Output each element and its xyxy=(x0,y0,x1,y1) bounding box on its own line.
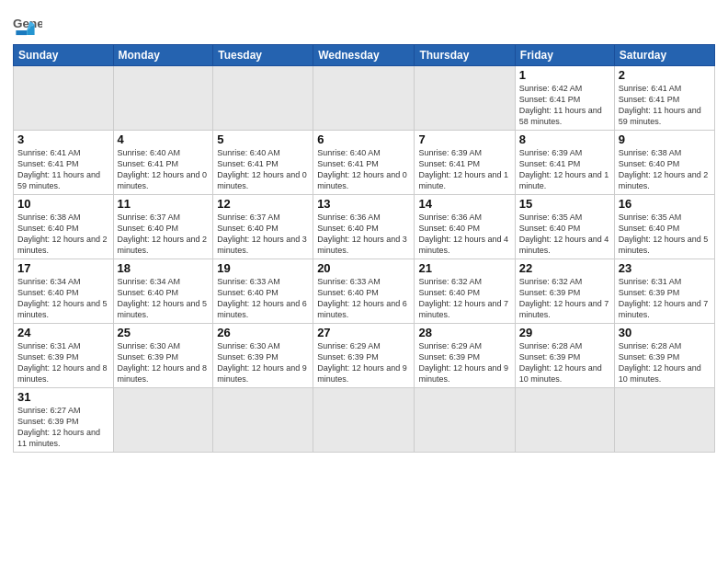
day-info: Sunrise: 6:36 AM Sunset: 6:40 PM Dayligh… xyxy=(418,212,510,257)
calendar-table: Sunday Monday Tuesday Wednesday Thursday… xyxy=(13,44,715,453)
calendar-cell: 23Sunrise: 6:31 AM Sunset: 6:39 PM Dayli… xyxy=(614,259,714,324)
day-info: Sunrise: 6:33 AM Sunset: 6:40 PM Dayligh… xyxy=(317,276,410,321)
day-number: 25 xyxy=(118,326,210,339)
calendar-cell xyxy=(415,66,515,131)
day-info: Sunrise: 6:27 AM Sunset: 6:39 PM Dayligh… xyxy=(17,405,109,450)
calendar-cell: 7Sunrise: 6:39 AM Sunset: 6:41 PM Daylig… xyxy=(415,131,515,195)
generalblue-logo-icon: General xyxy=(13,13,42,39)
calendar-cell: 3Sunrise: 6:41 AM Sunset: 6:41 PM Daylig… xyxy=(14,131,114,195)
calendar-cell: 20Sunrise: 6:33 AM Sunset: 6:40 PM Dayli… xyxy=(313,259,415,324)
day-info: Sunrise: 6:32 AM Sunset: 6:40 PM Dayligh… xyxy=(418,276,510,321)
day-info: Sunrise: 6:40 AM Sunset: 6:41 PM Dayligh… xyxy=(217,147,309,192)
day-info: Sunrise: 6:42 AM Sunset: 6:41 PM Dayligh… xyxy=(519,83,610,128)
col-wednesday: Wednesday xyxy=(313,45,415,66)
day-info: Sunrise: 6:30 AM Sunset: 6:39 PM Dayligh… xyxy=(217,340,309,385)
calendar-cell: 25Sunrise: 6:30 AM Sunset: 6:39 PM Dayli… xyxy=(113,324,213,388)
calendar-cell: 10Sunrise: 6:38 AM Sunset: 6:40 PM Dayli… xyxy=(14,195,114,259)
calendar-cell: 14Sunrise: 6:36 AM Sunset: 6:40 PM Dayli… xyxy=(415,195,515,259)
calendar-cell: 9Sunrise: 6:38 AM Sunset: 6:40 PM Daylig… xyxy=(614,131,714,195)
calendar-cell: 26Sunrise: 6:30 AM Sunset: 6:39 PM Dayli… xyxy=(213,324,313,388)
calendar-cell xyxy=(213,388,313,453)
day-info: Sunrise: 6:36 AM Sunset: 6:40 PM Dayligh… xyxy=(317,212,410,257)
calendar-cell: 4Sunrise: 6:40 AM Sunset: 6:41 PM Daylig… xyxy=(113,131,213,195)
day-number: 7 xyxy=(418,132,510,146)
day-number: 12 xyxy=(217,197,309,211)
day-number: 31 xyxy=(17,390,109,404)
day-number: 21 xyxy=(418,261,510,275)
day-info: Sunrise: 6:32 AM Sunset: 6:39 PM Dayligh… xyxy=(519,276,610,321)
day-number: 26 xyxy=(217,326,309,339)
day-number: 10 xyxy=(17,197,109,211)
col-saturday: Saturday xyxy=(614,45,714,66)
col-tuesday: Tuesday xyxy=(213,45,313,66)
day-info: Sunrise: 6:38 AM Sunset: 6:40 PM Dayligh… xyxy=(17,212,109,257)
calendar-cell xyxy=(14,66,114,131)
day-number: 9 xyxy=(619,132,711,146)
day-info: Sunrise: 6:35 AM Sunset: 6:40 PM Dayligh… xyxy=(519,212,610,257)
day-info: Sunrise: 6:37 AM Sunset: 6:40 PM Dayligh… xyxy=(217,212,309,257)
day-info: Sunrise: 6:29 AM Sunset: 6:39 PM Dayligh… xyxy=(418,340,510,385)
calendar-cell: 24Sunrise: 6:31 AM Sunset: 6:39 PM Dayli… xyxy=(14,324,114,388)
day-number: 13 xyxy=(317,197,410,211)
day-number: 2 xyxy=(619,68,711,82)
calendar-cell xyxy=(213,66,313,131)
day-number: 23 xyxy=(619,261,711,275)
header: General xyxy=(13,9,715,39)
day-number: 11 xyxy=(118,197,210,211)
calendar-cell xyxy=(113,66,213,131)
day-number: 20 xyxy=(317,261,410,275)
day-info: Sunrise: 6:39 AM Sunset: 6:41 PM Dayligh… xyxy=(519,147,610,192)
calendar-cell: 12Sunrise: 6:37 AM Sunset: 6:40 PM Dayli… xyxy=(213,195,313,259)
day-info: Sunrise: 6:39 AM Sunset: 6:41 PM Dayligh… xyxy=(418,147,510,192)
day-info: Sunrise: 6:29 AM Sunset: 6:39 PM Dayligh… xyxy=(317,340,410,385)
day-info: Sunrise: 6:30 AM Sunset: 6:39 PM Dayligh… xyxy=(118,340,210,385)
calendar-cell xyxy=(313,388,415,453)
logo: General xyxy=(13,13,46,39)
day-info: Sunrise: 6:41 AM Sunset: 6:41 PM Dayligh… xyxy=(17,147,109,192)
day-info: Sunrise: 6:31 AM Sunset: 6:39 PM Dayligh… xyxy=(619,276,711,321)
calendar-cell: 31Sunrise: 6:27 AM Sunset: 6:39 PM Dayli… xyxy=(14,388,114,453)
calendar-cell: 5Sunrise: 6:40 AM Sunset: 6:41 PM Daylig… xyxy=(213,131,313,195)
day-number: 29 xyxy=(519,326,610,339)
day-number: 1 xyxy=(519,68,610,82)
calendar-cell xyxy=(313,66,415,131)
day-number: 6 xyxy=(317,132,410,146)
calendar-cell: 13Sunrise: 6:36 AM Sunset: 6:40 PM Dayli… xyxy=(313,195,415,259)
calendar-cell: 2Sunrise: 6:41 AM Sunset: 6:41 PM Daylig… xyxy=(614,66,714,131)
calendar-cell: 19Sunrise: 6:33 AM Sunset: 6:40 PM Dayli… xyxy=(213,259,313,324)
calendar-cell: 27Sunrise: 6:29 AM Sunset: 6:39 PM Dayli… xyxy=(313,324,415,388)
day-info: Sunrise: 6:40 AM Sunset: 6:41 PM Dayligh… xyxy=(317,147,410,192)
day-info: Sunrise: 6:34 AM Sunset: 6:40 PM Dayligh… xyxy=(17,276,109,321)
day-number: 24 xyxy=(17,326,109,339)
calendar-cell: 21Sunrise: 6:32 AM Sunset: 6:40 PM Dayli… xyxy=(415,259,515,324)
day-number: 30 xyxy=(619,326,711,339)
day-info: Sunrise: 6:40 AM Sunset: 6:41 PM Dayligh… xyxy=(118,147,210,192)
day-number: 3 xyxy=(17,132,109,146)
day-number: 16 xyxy=(619,197,711,211)
calendar-cell: 29Sunrise: 6:28 AM Sunset: 6:39 PM Dayli… xyxy=(515,324,614,388)
col-thursday: Thursday xyxy=(415,45,515,66)
col-friday: Friday xyxy=(515,45,614,66)
day-number: 4 xyxy=(118,132,210,146)
day-number: 14 xyxy=(418,197,510,211)
calendar-cell: 11Sunrise: 6:37 AM Sunset: 6:40 PM Dayli… xyxy=(113,195,213,259)
day-number: 17 xyxy=(17,261,109,275)
col-monday: Monday xyxy=(113,45,213,66)
calendar-cell xyxy=(113,388,213,453)
calendar-cell: 17Sunrise: 6:34 AM Sunset: 6:40 PM Dayli… xyxy=(14,259,114,324)
calendar-cell: 6Sunrise: 6:40 AM Sunset: 6:41 PM Daylig… xyxy=(313,131,415,195)
page: General Sunday Monday Tuesday Wednesday xyxy=(0,0,728,563)
calendar-cell xyxy=(515,388,614,453)
day-info: Sunrise: 6:33 AM Sunset: 6:40 PM Dayligh… xyxy=(217,276,309,321)
col-sunday: Sunday xyxy=(14,45,114,66)
day-info: Sunrise: 6:41 AM Sunset: 6:41 PM Dayligh… xyxy=(619,83,711,128)
day-info: Sunrise: 6:34 AM Sunset: 6:40 PM Dayligh… xyxy=(118,276,210,321)
day-info: Sunrise: 6:28 AM Sunset: 6:39 PM Dayligh… xyxy=(519,340,610,385)
day-info: Sunrise: 6:31 AM Sunset: 6:39 PM Dayligh… xyxy=(17,340,109,385)
calendar-cell: 16Sunrise: 6:35 AM Sunset: 6:40 PM Dayli… xyxy=(614,195,714,259)
calendar-header-row: Sunday Monday Tuesday Wednesday Thursday… xyxy=(14,45,715,66)
day-info: Sunrise: 6:38 AM Sunset: 6:40 PM Dayligh… xyxy=(619,147,711,192)
day-number: 28 xyxy=(418,326,510,339)
day-info: Sunrise: 6:35 AM Sunset: 6:40 PM Dayligh… xyxy=(619,212,711,257)
calendar-cell xyxy=(614,388,714,453)
